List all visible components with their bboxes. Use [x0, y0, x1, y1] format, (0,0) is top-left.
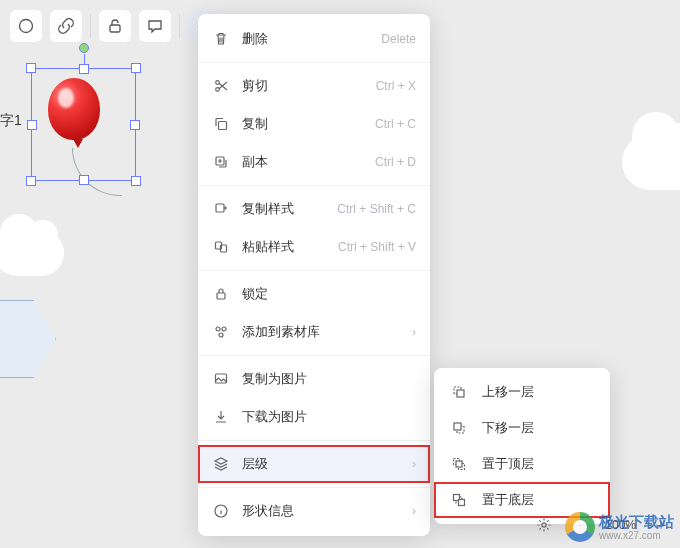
lock-icon	[212, 285, 230, 303]
menu-item-copy-style[interactable]: 复制样式 Ctrl + Shift + C	[198, 190, 430, 228]
menu-shortcut: Ctrl + C	[375, 117, 416, 131]
menu-item-delete[interactable]: 删除 Delete	[198, 20, 430, 58]
menu-shortcut: Delete	[381, 32, 416, 46]
menu-shortcut: Ctrl + D	[375, 155, 416, 169]
bring-front-icon	[450, 455, 468, 473]
zoom-in-icon[interactable]: ＋	[650, 514, 672, 536]
menu-item-cut[interactable]: 剪切 Ctrl + X	[198, 67, 430, 105]
text-element[interactable]: 字1	[0, 112, 22, 130]
toolbar-divider	[90, 14, 91, 38]
layers-icon	[212, 455, 230, 473]
copy-icon	[212, 115, 230, 133]
resize-handle[interactable]	[26, 176, 36, 186]
menu-separator	[198, 440, 430, 441]
resize-handle[interactable]	[79, 175, 89, 185]
comment-icon[interactable]	[139, 10, 171, 42]
menu-shortcut: Ctrl + Shift + V	[338, 240, 416, 254]
resize-handle[interactable]	[26, 63, 36, 73]
menu-label: 上移一层	[482, 383, 594, 401]
menu-label: 剪切	[242, 77, 364, 95]
svg-point-13	[216, 327, 220, 331]
menu-item-layer[interactable]: 层级 ›	[198, 445, 430, 483]
trash-icon	[212, 30, 230, 48]
svg-rect-1	[110, 25, 120, 32]
menu-label: 粘贴样式	[242, 238, 326, 256]
svg-rect-9	[216, 204, 224, 212]
toolbar-divider	[179, 14, 180, 38]
send-back-icon	[450, 491, 468, 509]
menu-item-lock[interactable]: 锁定	[198, 275, 430, 313]
menu-item-download-as-image[interactable]: 下载为图片	[198, 398, 430, 436]
menu-label: 复制样式	[242, 200, 325, 218]
submenu-item-send-backward[interactable]: 下移一层	[434, 410, 610, 446]
menu-label: 复制	[242, 115, 363, 133]
circle-tool-icon[interactable]	[10, 10, 42, 42]
menu-shortcut: Ctrl + Shift + C	[337, 202, 416, 216]
submenu-item-send-back[interactable]: 置于底层	[434, 482, 610, 518]
hexagon-shape[interactable]	[0, 300, 56, 378]
menu-item-copy-as-image[interactable]: 复制为图片	[198, 360, 430, 398]
svg-point-15	[219, 333, 223, 337]
lock-open-icon[interactable]	[99, 10, 131, 42]
svg-rect-27	[459, 500, 465, 506]
resize-handle[interactable]	[79, 64, 89, 74]
submenu-item-bring-forward[interactable]: 上移一层	[434, 374, 610, 410]
resize-handle[interactable]	[27, 120, 37, 130]
menu-label: 置于顶层	[482, 455, 594, 473]
menu-separator	[198, 487, 430, 488]
menu-label: 层级	[242, 455, 400, 473]
svg-rect-19	[457, 390, 464, 397]
menu-label: 形状信息	[242, 502, 400, 520]
menu-label: 复制为图片	[242, 370, 416, 388]
menu-label: 删除	[242, 30, 369, 48]
svg-rect-24	[456, 461, 462, 467]
zoom-out-icon[interactable]: −	[569, 514, 591, 536]
scissors-icon	[212, 77, 230, 95]
copy-style-icon	[212, 200, 230, 218]
resize-handle[interactable]	[131, 176, 141, 186]
menu-separator	[198, 185, 430, 186]
menu-separator	[198, 355, 430, 356]
menu-shortcut: Ctrl + X	[376, 79, 416, 93]
menu-item-add-to-lib[interactable]: 添加到素材库 ›	[198, 313, 430, 351]
svg-rect-21	[454, 423, 461, 430]
resize-handle[interactable]	[130, 120, 140, 130]
info-icon	[212, 502, 230, 520]
resize-handle[interactable]	[131, 63, 141, 73]
chevron-right-icon: ›	[412, 457, 416, 471]
svg-point-0	[20, 20, 33, 33]
menu-label: 锁定	[242, 285, 416, 303]
svg-rect-12	[217, 293, 225, 299]
bring-forward-icon	[450, 383, 468, 401]
menu-item-duplicate[interactable]: 副本 Ctrl + D	[198, 143, 430, 181]
menu-item-shape-info[interactable]: 形状信息 ›	[198, 492, 430, 530]
menu-item-copy[interactable]: 复制 Ctrl + C	[198, 105, 430, 143]
chevron-right-icon: ›	[412, 325, 416, 339]
paste-style-icon	[212, 238, 230, 256]
svg-point-14	[222, 327, 226, 331]
menu-separator	[198, 270, 430, 271]
zoom-level: 100%	[605, 518, 636, 532]
menu-label: 下移一层	[482, 419, 594, 437]
menu-label: 副本	[242, 153, 363, 171]
cloud-shape	[622, 134, 680, 190]
menu-label: 下载为图片	[242, 408, 416, 426]
svg-rect-7	[219, 122, 227, 130]
top-toolbar	[0, 4, 220, 48]
menu-item-paste-style[interactable]: 粘贴样式 Ctrl + Shift + V	[198, 228, 430, 266]
selection-box[interactable]	[31, 68, 136, 181]
link-icon[interactable]	[50, 10, 82, 42]
menu-label: 置于底层	[482, 491, 594, 509]
status-bar: − 100% ＋	[533, 514, 672, 536]
library-icon	[212, 323, 230, 341]
submenu-item-bring-front[interactable]: 置于顶层	[434, 446, 610, 482]
svg-point-28	[542, 523, 546, 527]
svg-rect-16	[216, 374, 227, 383]
chevron-right-icon: ›	[412, 504, 416, 518]
send-backward-icon	[450, 419, 468, 437]
image-icon	[212, 370, 230, 388]
cloud-shape	[0, 230, 64, 276]
download-icon	[212, 408, 230, 426]
settings-icon[interactable]	[533, 514, 555, 536]
layer-submenu: 上移一层 下移一层 置于顶层 置于底层	[434, 368, 610, 524]
